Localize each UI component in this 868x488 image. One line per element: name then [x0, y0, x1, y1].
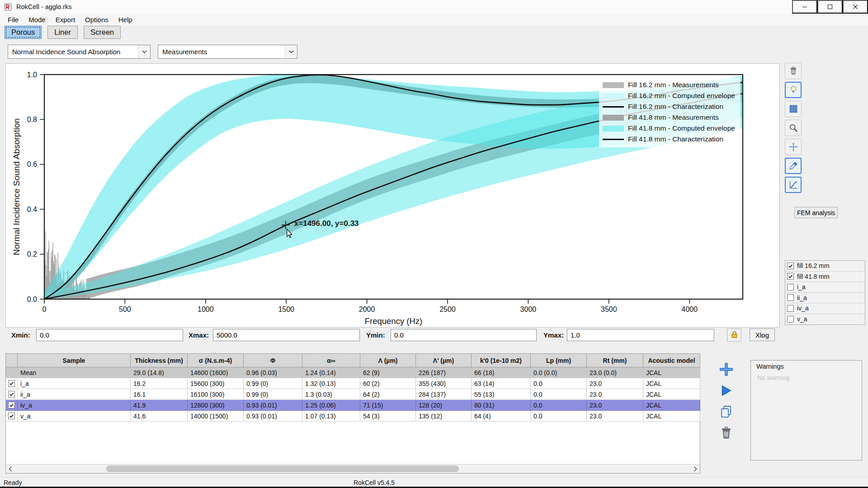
zoom-button[interactable] — [785, 120, 802, 136]
grid-toggle-button[interactable] — [785, 101, 802, 117]
series-checkbox-ii-a[interactable] — [787, 294, 794, 301]
scrollbar-thumb[interactable] — [106, 465, 459, 472]
series-checkbox-fill-41-8-mm[interactable] — [787, 273, 794, 280]
legend-band-swatch — [603, 115, 624, 121]
maximize-button[interactable] — [817, 0, 843, 14]
scroll-left-icon[interactable] — [6, 465, 15, 473]
cell-value: 64 (2) — [360, 389, 416, 400]
menu-item-help[interactable]: Help — [113, 14, 137, 25]
table-row-i-a[interactable]: i_a16.215600 (300)0.99 (0)1.32 (0.13)60 … — [6, 378, 700, 389]
cell-value: 0.93 (0.01) — [244, 411, 302, 422]
plot-type-dropdown[interactable]: Normal Incidence Sound Absorption — [8, 45, 151, 59]
series-item-fill-41-8-mm[interactable]: fill 41.8 mm — [785, 272, 865, 282]
xmax-input[interactable] — [213, 329, 360, 341]
series-item-i-a[interactable]: i_a — [785, 282, 865, 293]
clear-plot-button[interactable] — [785, 63, 802, 79]
menu-item-file[interactable]: File — [3, 14, 24, 25]
display-mode-dropdown[interactable]: Measurements — [158, 45, 297, 59]
column-header-thickness-mm[interactable]: Thickness (mm) — [131, 354, 188, 367]
cell-value: 0.0 — [531, 400, 587, 411]
cell-value: 23.0 — [587, 400, 643, 411]
cell-value: 14000 (1500) — [188, 411, 244, 422]
warnings-title: Warnings — [756, 363, 784, 370]
tab-screen[interactable]: Screen — [84, 26, 121, 39]
column-header-n-s-m-4[interactable]: σ (N.s.m-4) — [188, 354, 244, 367]
menu-item-mode[interactable]: Mode — [24, 14, 51, 25]
picker-button[interactable] — [785, 158, 802, 174]
cell-value: 0.93 (0.01) — [244, 400, 302, 411]
fem-analysis-button[interactable]: FEM analysis — [794, 207, 838, 218]
tab-porous[interactable]: Porous — [5, 26, 42, 39]
row-checkbox-iv-a[interactable] — [8, 402, 15, 408]
table-row-iv-a[interactable]: iv_a41.912800 (300)0.93 (0.01)1.25 (0.06… — [6, 400, 700, 411]
spline-view-button[interactable] — [785, 177, 802, 193]
run-button[interactable] — [717, 382, 736, 401]
menu-item-options[interactable]: Options — [80, 14, 113, 25]
series-item-ii-a[interactable]: ii_a — [785, 293, 865, 304]
column-header-m[interactable]: Λ' (µm) — [416, 354, 472, 367]
row-checkbox-i-a[interactable] — [8, 380, 15, 387]
scroll-right-icon[interactable] — [691, 465, 700, 473]
menu-item-export[interactable]: Export — [51, 14, 80, 25]
ymin-input[interactable] — [391, 329, 537, 341]
legend-item-fill-16-2-mm-characterization: Fill 16.2 mm - Characterization — [603, 101, 735, 112]
cell-value: 60 (2) — [360, 378, 416, 389]
column-header-rt-mm[interactable]: Rt (mm) — [587, 354, 643, 367]
sample-table-rows: SampleThickness (mm)σ (N.s.m-4)Φα∞Λ (µm)… — [6, 354, 700, 422]
column-header-sample[interactable]: Sample — [18, 354, 131, 367]
column-header-lp-mm[interactable]: Lp (mm) — [531, 354, 587, 367]
plot-type-value: Normal Incidence Sound Absorption — [8, 48, 138, 56]
series-label: iv_a — [797, 305, 809, 312]
chart-legend: Fill 16.2 mm - MeasurementsFill 16.2 mm … — [599, 78, 741, 147]
add-sample-button[interactable] — [717, 361, 736, 380]
duplicate-sample-button[interactable] — [717, 403, 736, 422]
cell-value: 14600 (1600) — [188, 367, 244, 378]
column-header-[interactable]: Φ — [244, 354, 302, 367]
tab-liner[interactable]: Liner — [47, 26, 78, 39]
cell-value: 54 (3) — [360, 411, 416, 422]
table-row-mean[interactable]: Mean29.0 (14.8)14600 (1600)0.96 (0.03)1.… — [6, 367, 700, 378]
column-header-k-0-1e-10-m2[interactable]: k'0 (1e-10 m2) — [472, 354, 531, 367]
column-header-m[interactable]: Λ (µm) — [360, 354, 416, 367]
series-checkbox-iv-a[interactable] — [787, 305, 794, 312]
series-item-fill-16-2-mm[interactable]: fill 16.2 mm — [785, 261, 865, 272]
svg-text:3500: 3500 — [601, 305, 617, 313]
cell-value: 71 (15) — [360, 400, 416, 411]
series-checkbox-i-a[interactable] — [787, 284, 794, 291]
horizontal-scrollbar[interactable] — [6, 464, 700, 473]
series-item-iv-a[interactable]: iv_a — [785, 303, 865, 314]
trash-icon — [788, 66, 798, 76]
legend-label: Fill 41.8 mm - Computed envelope — [628, 124, 735, 132]
series-checkbox-v-a[interactable] — [787, 316, 794, 323]
pan-button[interactable] — [785, 139, 802, 155]
series-checkbox-fill-16-2-mm[interactable] — [787, 263, 794, 269]
xmin-input[interactable] — [36, 329, 183, 341]
table-row-ii-a[interactable]: ii_a16.116100 (300)0.99 (0)1.3 (0.03)64 … — [6, 389, 700, 400]
legend-item-fill-41-8-mm-measurements: Fill 41.8 mm - Measurements — [603, 112, 735, 123]
zoom-icon — [788, 123, 798, 133]
cell-value: 0.99 (0) — [244, 389, 302, 400]
legend-band-swatch — [603, 126, 624, 131]
delete-sample-button[interactable] — [717, 424, 736, 443]
highlight-button[interactable] — [785, 82, 802, 98]
axis-lock-button[interactable] — [727, 328, 741, 342]
row-checkbox-ii-a[interactable] — [8, 391, 15, 398]
close-button[interactable] — [843, 0, 868, 14]
copy-icon — [719, 404, 734, 421]
svg-text:2000: 2000 — [359, 305, 375, 313]
cell-sample-name: i_a — [18, 378, 131, 389]
column-header-[interactable]: α∞ — [302, 354, 360, 367]
minimize-button[interactable] — [792, 0, 817, 14]
series-visibility-list: fill 16.2 mmfill 41.8 mmi_aii_aiv_av_a — [785, 260, 865, 325]
svg-text:0.6: 0.6 — [27, 160, 37, 168]
window-controls — [792, 0, 868, 14]
cell-value: 1.07 (0.13) — [302, 411, 360, 422]
series-item-v-a[interactable]: v_a — [785, 314, 865, 325]
table-row-v-a[interactable]: v_a41.614000 (1500)0.93 (0.01)1.07 (0.13… — [6, 411, 700, 422]
cell-value: 16100 (300) — [188, 389, 244, 400]
ymax-input[interactable] — [567, 329, 714, 341]
column-header-acoustic-model[interactable]: Acoustic model — [643, 354, 700, 367]
xlog-toggle-button[interactable]: Xlog — [750, 328, 775, 341]
row-checkbox-v-a[interactable] — [8, 413, 15, 419]
app-icon — [4, 3, 12, 11]
